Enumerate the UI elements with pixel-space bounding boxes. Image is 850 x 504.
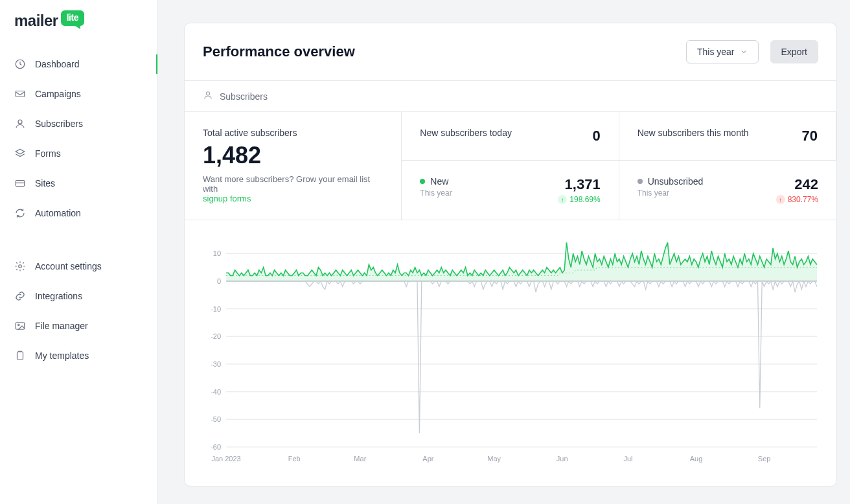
- arrow-up-icon: ↑: [776, 195, 785, 204]
- signup-forms-link[interactable]: signup forms: [203, 194, 251, 203]
- nav-label: Forms: [35, 148, 61, 159]
- nav-label: File manager: [35, 321, 88, 331]
- nav-integrations[interactable]: Integrations: [0, 281, 157, 311]
- svg-rect-1: [16, 91, 25, 97]
- svg-text:Jun: Jun: [557, 455, 568, 463]
- svg-text:-40: -40: [211, 388, 221, 396]
- svg-text:Sep: Sep: [758, 455, 771, 463]
- nav-label: Subscribers: [35, 119, 83, 129]
- refresh-icon: [14, 207, 26, 219]
- stat-value: 0: [592, 128, 600, 144]
- main-content: Performance overview This year Export Su…: [158, 0, 850, 504]
- svg-point-8: [206, 92, 209, 95]
- stat-total-active: Total active subscribers 1,482 Want more…: [185, 112, 402, 220]
- sub-header: Subscribers: [185, 80, 836, 111]
- nav-label: Sites: [35, 178, 55, 189]
- stat-unsub-year: Unsubscribed This year 242 ↑ 830.77%: [619, 160, 836, 220]
- nav-label: Campaigns: [35, 89, 81, 99]
- logo-accent: lite: [61, 10, 84, 26]
- nav-label: Account settings: [35, 261, 102, 271]
- sub-header-title: Subscribers: [220, 91, 268, 102]
- mail-icon: [14, 88, 26, 100]
- subscriber-chart: 100-10-20-30-40-50-60Jan 2023FebMarAprMa…: [185, 220, 836, 486]
- dot-icon: [638, 179, 643, 184]
- svg-text:May: May: [487, 455, 501, 463]
- svg-rect-7: [17, 352, 23, 360]
- range-selector[interactable]: This year: [686, 40, 759, 63]
- svg-text:-60: -60: [211, 443, 221, 451]
- nav-dashboard[interactable]: Dashboard: [0, 49, 157, 79]
- layers-icon: [14, 148, 26, 159]
- svg-text:-20: -20: [211, 332, 221, 340]
- user-icon: [203, 90, 213, 102]
- nav-sites[interactable]: Sites: [0, 168, 157, 198]
- svg-text:-50: -50: [211, 415, 221, 423]
- stat-new-today: New subscribers today 0: [402, 112, 619, 160]
- chevron-down-icon: [740, 48, 748, 56]
- stat-value: 70: [802, 128, 818, 144]
- stat-label: Total active subscribers: [203, 128, 383, 138]
- sidebar: mailer lite Dashboard Campaigns Subscrib…: [0, 0, 158, 504]
- stat-label: Unsubscribed: [638, 176, 704, 187]
- svg-text:Feb: Feb: [288, 455, 301, 463]
- nav-label: Automation: [35, 208, 81, 218]
- stat-new-year: New This year 1,371 ↑ 198.69%: [402, 160, 619, 220]
- stat-value: 1,371: [558, 176, 600, 193]
- export-button[interactable]: Export: [770, 40, 818, 63]
- overview-card: Performance overview This year Export Su…: [184, 23, 837, 487]
- nav-file-manager[interactable]: File manager: [0, 311, 157, 341]
- card-header: Performance overview This year Export: [185, 23, 836, 80]
- header-actions: This year Export: [686, 40, 818, 63]
- svg-point-4: [19, 265, 22, 268]
- stat-label: New subscribers this month: [638, 128, 749, 138]
- nav-forms[interactable]: Forms: [0, 139, 157, 168]
- stat-value: 1,482: [203, 142, 383, 169]
- credit-card-icon: [14, 178, 26, 189]
- svg-text:10: 10: [213, 249, 221, 257]
- svg-text:-10: -10: [211, 305, 221, 313]
- svg-text:-30: -30: [211, 360, 221, 368]
- dot-icon: [420, 179, 425, 184]
- svg-text:Jul: Jul: [623, 455, 632, 463]
- stat-label: New: [420, 176, 452, 187]
- nav-label: Dashboard: [35, 59, 80, 69]
- stat-trend: ↑ 830.77%: [776, 195, 818, 204]
- page-title: Performance overview: [203, 43, 355, 60]
- nav-secondary: Account settings Integrations File manag…: [0, 251, 157, 394]
- stat-value: 242: [776, 176, 818, 193]
- nav-primary: Dashboard Campaigns Subscribers Forms Si…: [0, 49, 157, 251]
- svg-text:Aug: Aug: [690, 455, 703, 463]
- svg-text:Apr: Apr: [422, 455, 433, 463]
- nav-label: Integrations: [35, 291, 82, 301]
- stats-grid: Total active subscribers 1,482 Want more…: [185, 111, 836, 220]
- stat-new-month: New subscribers this month 70: [619, 112, 836, 160]
- stat-trend: ↑ 198.69%: [558, 195, 600, 204]
- link-icon: [14, 290, 26, 302]
- nav-campaigns[interactable]: Campaigns: [0, 79, 157, 109]
- arrow-up-icon: ↑: [558, 195, 567, 204]
- nav-my-templates[interactable]: My templates: [0, 341, 157, 371]
- nav-subscribers[interactable]: Subscribers: [0, 109, 157, 139]
- clock-icon: [14, 58, 26, 70]
- stat-hint: Want more subscribers? Grow your email l…: [203, 174, 383, 203]
- svg-text:Jan 2023: Jan 2023: [211, 455, 240, 463]
- user-icon: [14, 118, 26, 130]
- logo[interactable]: mailer lite: [0, 12, 157, 49]
- stat-period: This year: [420, 189, 452, 198]
- svg-point-2: [18, 120, 22, 124]
- nav-automation[interactable]: Automation: [0, 198, 157, 228]
- range-label: This year: [697, 47, 735, 57]
- image-icon: [14, 320, 26, 332]
- svg-text:0: 0: [217, 277, 221, 285]
- nav-account-settings[interactable]: Account settings: [0, 251, 157, 281]
- svg-point-6: [18, 324, 19, 325]
- export-label: Export: [781, 47, 807, 57]
- stat-period: This year: [638, 189, 704, 198]
- stat-label: New subscribers today: [420, 128, 512, 138]
- nav-label: My templates: [35, 350, 89, 361]
- clipboard-icon: [14, 350, 26, 361]
- svg-text:Mar: Mar: [354, 455, 366, 463]
- gear-icon: [14, 260, 26, 272]
- logo-text: mailer: [14, 12, 58, 30]
- svg-rect-3: [16, 181, 25, 187]
